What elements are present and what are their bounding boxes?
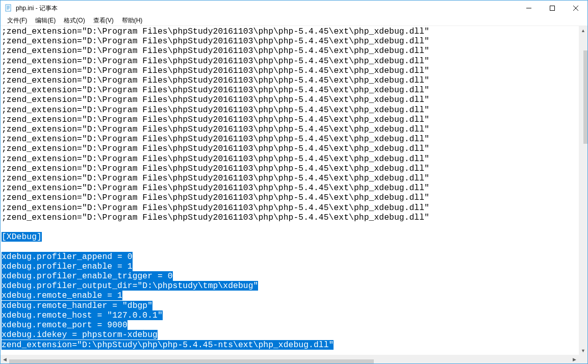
minimize-button[interactable]: [517, 1, 541, 16]
vertical-scrollbar[interactable]: ▲ ▼: [579, 26, 587, 355]
menu-help[interactable]: 帮助(H): [118, 16, 146, 25]
vertical-scroll-thumb[interactable]: [583, 50, 588, 144]
svg-rect-6: [550, 6, 555, 11]
menu-view[interactable]: 查看(V): [90, 16, 117, 25]
scroll-corner: [579, 355, 587, 363]
menubar: 文件(F) 编辑(E) 格式(O) 查看(V) 帮助(H): [1, 16, 587, 26]
scroll-right-arrow-icon[interactable]: ▶: [570, 355, 579, 363]
horizontal-scroll-thumb[interactable]: [9, 359, 374, 364]
text-editor[interactable]: ;zend_extension="D:\Program Files\phpStu…: [1, 26, 579, 355]
scroll-down-arrow-icon[interactable]: ▼: [579, 346, 587, 355]
scroll-up-arrow-icon[interactable]: ▲: [579, 26, 587, 35]
titlebar[interactable]: php.ini - 记事本: [1, 1, 587, 16]
window-title: php.ini - 记事本: [16, 4, 58, 13]
menu-format[interactable]: 格式(O): [60, 16, 88, 25]
close-button[interactable]: [564, 1, 587, 16]
horizontal-scrollbar[interactable]: ◀ ▶: [1, 355, 579, 363]
window-controls: [517, 1, 587, 16]
scroll-left-arrow-icon[interactable]: ◀: [1, 355, 9, 363]
notepad-window: php.ini - 记事本 文件(F) 编辑(E) 格式(O) 查看(V) 帮助…: [0, 0, 588, 364]
menu-edit[interactable]: 编辑(E): [32, 16, 59, 25]
notepad-icon: [5, 4, 13, 12]
maximize-button[interactable]: [541, 1, 564, 16]
editor-area: ;zend_extension="D:\Program Files\phpStu…: [1, 26, 587, 363]
titlebar-left: php.ini - 记事本: [5, 4, 58, 13]
menu-file[interactable]: 文件(F): [4, 16, 31, 25]
